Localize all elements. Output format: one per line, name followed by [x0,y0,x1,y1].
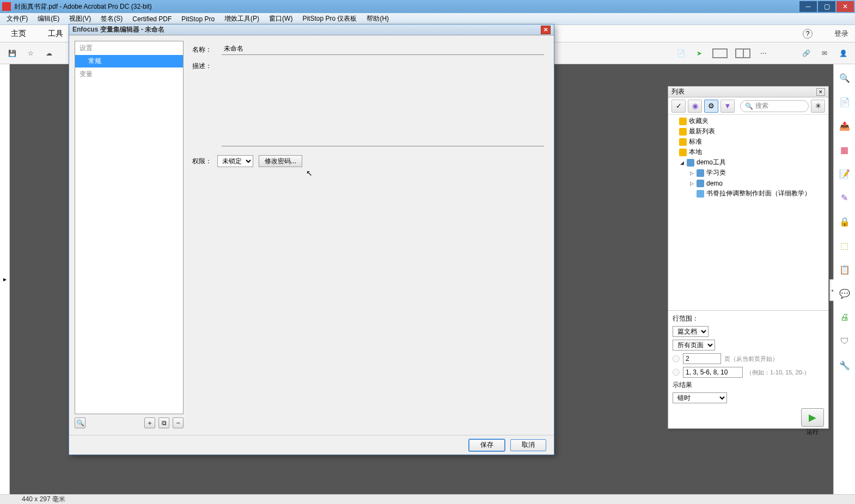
tree-recent[interactable]: 最新列表 [668,126,828,137]
panel-search[interactable]: 🔍 搜索 [740,100,809,112]
run-button[interactable]: ▶ [801,408,824,427]
action-list-panel: 列表 ✕ ✓ ◉ ⚙ ▼ 🔍 搜索 ✳ 收藏夹 最新列表 标准 本地 ◢demo… [668,86,829,429]
status-bar: 440 x 297 毫米 [0,494,855,504]
create-pdf-icon[interactable]: 📄 [839,96,851,108]
menu-edit[interactable]: 编辑(E) [33,13,64,24]
variable-set-editor-dialog: Enfocus 变量集编辑器 - 未命名 ✕ 设置 常规 变量 🔍 ＋ ⧉ − … [69,24,554,455]
mail-icon[interactable]: ✉ [819,48,830,59]
minimize-button[interactable]: ─ [799,1,817,12]
menu-view[interactable]: 视图(V) [65,13,95,24]
dialog-titlebar[interactable]: Enfocus 变量集编辑器 - 未命名 ✕ [69,24,554,35]
search-button[interactable]: 🔍 [75,417,86,428]
menu-plugins[interactable]: 增效工具(P) [220,13,264,24]
tab-tools[interactable]: 工具 [44,26,68,42]
pages-radio2[interactable] [673,367,680,378]
result-label: 示结果 [673,380,692,390]
right-collapse-handle[interactable]: ◂ [829,279,834,301]
run-label: 运行 [807,428,819,436]
link-icon[interactable]: 🔗 [801,48,811,59]
help-icon[interactable]: ? [803,29,813,39]
close-button[interactable]: ✕ [836,1,854,12]
result-select[interactable]: 错时 [673,392,727,403]
cat-settings[interactable]: 设置 [75,41,183,55]
search-icon: 🔍 [745,102,753,110]
tree-favorites[interactable]: 收藏夹 [668,116,828,126]
menu-window[interactable]: 窗口(W) [265,13,297,24]
two-page-icon[interactable] [735,48,750,58]
dialog-category-tree[interactable]: 设置 常规 变量 [75,41,184,414]
tree-demo-tools[interactable]: ◢demo工具 [668,157,828,168]
add-button[interactable]: ＋ [144,417,155,428]
dialog-close-icon[interactable]: ✕ [541,26,551,34]
cat-variables[interactable]: 变量 [75,67,183,81]
organize-icon[interactable]: ▦ [839,144,851,156]
person-icon[interactable]: 👤 [838,48,848,59]
print-icon[interactable]: 🖨 [839,311,851,323]
save-icon[interactable]: 💾 [7,48,17,59]
panel-btn-settings[interactable]: ✳ [811,100,825,113]
app-icon [2,2,11,11]
range-doc-select[interactable]: 篇文档 [673,326,709,337]
more-icon[interactable]: ⋯ [758,48,769,59]
panel-btn-check[interactable]: ✓ [671,100,686,113]
menu-sign[interactable]: 签名(S) [96,13,127,24]
duplicate-button[interactable]: ⧉ [158,417,169,428]
remove-button[interactable]: − [173,417,184,428]
protect-icon[interactable]: 🔒 [839,216,851,228]
tree-standard[interactable]: 标准 [668,137,828,147]
edit-pdf-icon[interactable]: 📝 [839,168,851,180]
range-label: 行范围： [673,314,699,323]
zoom-icon[interactable]: 🔍 [839,72,851,84]
tab-home[interactable]: 主页 [7,26,30,42]
pointer-icon[interactable]: ➤ [694,48,705,59]
tree-demo[interactable]: ▷demo [668,178,828,188]
window-title: 封面真书背.pdf - Adobe Acrobat Pro DC (32-bit… [14,2,799,11]
cat-general[interactable]: 常规 [75,55,183,67]
export-icon[interactable]: 📤 [839,120,851,132]
name-input[interactable] [222,43,544,55]
compress-icon[interactable]: ⬚ [839,239,851,251]
star-icon[interactable]: ☆ [25,48,36,59]
cancel-button[interactable]: 取消 [510,439,546,451]
menu-pitstop-dash[interactable]: PitStop Pro 仪表板 [298,13,361,24]
wrench-icon[interactable]: 🔧 [839,359,851,371]
desc-label: 描述： [192,59,215,71]
menu-pitstop[interactable]: PitStop Pro [177,14,219,24]
pages-select[interactable]: 所有页面 [673,340,715,351]
panel-btn-globe[interactable]: ◉ [688,100,702,113]
cloud-upload-icon[interactable]: ☁ [44,48,54,59]
perm-select[interactable]: 未锁定 [217,155,253,167]
panel-toolbar: ✓ ◉ ⚙ ▼ 🔍 搜索 ✳ [668,97,828,115]
menu-help[interactable]: 帮助(H) [362,13,393,24]
menu-file[interactable]: 文件(F) [2,13,32,24]
menubar: 文件(F) 编辑(E) 视图(V) 签名(S) Certified PDF Pi… [0,13,855,25]
desc-input[interactable] [222,59,544,146]
pages-radio1[interactable] [673,353,680,364]
dialog-footer: 保存 取消 [69,435,554,454]
maximize-button[interactable]: ▢ [818,1,835,12]
panel-btn-filter[interactable]: ▼ [720,100,735,113]
panel-btn-gear[interactable]: ⚙ [704,100,718,113]
perm-label: 权限： [192,157,212,166]
shield-icon[interactable]: 🛡 [839,335,851,347]
name-label: 名称： [192,43,215,54]
tree-study[interactable]: ▷学习类 [668,168,828,178]
menu-certified[interactable]: Certified PDF [128,14,176,24]
panel-close-icon[interactable]: ✕ [816,88,825,96]
left-collapse-handle[interactable]: ▸ [0,64,10,494]
range-hint: （例如：1-10, 15, 20-） [746,368,810,377]
sign-icon[interactable]: ✎ [839,192,851,204]
tree-local[interactable]: 本地 [668,147,828,157]
panel-tree[interactable]: 收藏夹 最新列表 标准 本地 ◢demo工具 ▷学习类 ▷demo 书脊拉伸调整… [668,115,828,311]
pages-count-input[interactable] [683,353,721,364]
page-plus-icon[interactable]: 📄 [675,48,686,59]
save-button[interactable]: 保存 [469,439,505,451]
pages-range-input[interactable] [683,367,743,378]
redact-icon[interactable]: 📋 [839,263,851,275]
dialog-title: Enfocus 变量集编辑器 - 未命名 [72,25,164,34]
comment-icon[interactable]: 💬 [839,287,851,299]
change-password-button[interactable]: 修改密码... [259,155,302,167]
single-page-icon[interactable] [712,48,728,58]
tree-spine-item[interactable]: 书脊拉伸调整制作封面（详细教学） [668,188,828,199]
login-link[interactable]: 登录 [834,29,848,39]
